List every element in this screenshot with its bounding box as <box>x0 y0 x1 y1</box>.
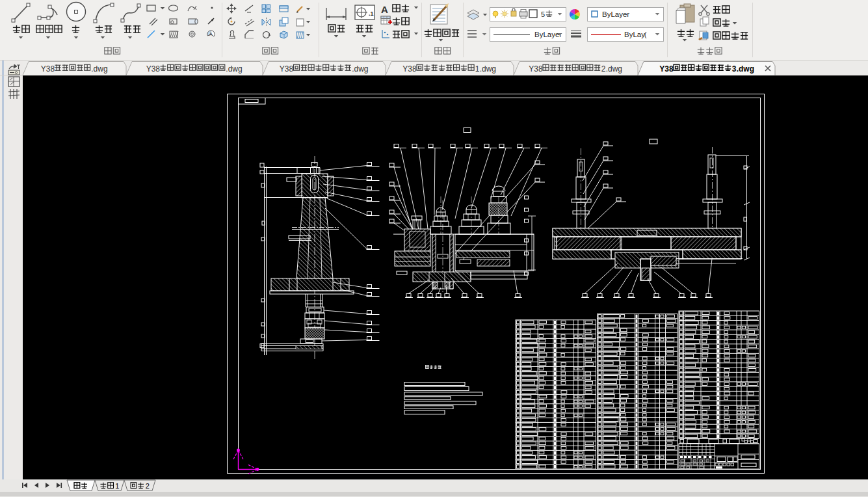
svg-text:1: 1 <box>475 64 480 74</box>
svg-text:.dwg: .dwg <box>226 64 242 74</box>
svg-text:.dwg: .dwg <box>352 64 368 74</box>
svg-text:Y38: Y38 <box>402 64 417 74</box>
svg-text:.dwg: .dwg <box>91 64 107 74</box>
svg-text:.1: .1 <box>369 10 374 17</box>
svg-text:1: 1 <box>115 482 119 490</box>
svg-text:.dwg: .dwg <box>737 64 754 74</box>
svg-text:ByLayer: ByLayer <box>534 31 562 38</box>
svg-text:ByLay: ByLay <box>624 31 645 38</box>
svg-text:ByLayer: ByLayer <box>602 10 629 18</box>
svg-text:Y38: Y38 <box>41 64 55 74</box>
svg-text:Y38: Y38 <box>280 64 294 74</box>
svg-text:.dwg: .dwg <box>606 64 622 74</box>
svg-text:5: 5 <box>541 10 545 18</box>
svg-text:Y38: Y38 <box>659 64 674 74</box>
svg-text:Y38: Y38 <box>529 64 543 74</box>
svg-text:A: A <box>381 4 388 15</box>
svg-text:A: A <box>209 32 213 36</box>
svg-text:3: 3 <box>732 64 737 74</box>
svg-text:2: 2 <box>601 64 606 74</box>
svg-text:2: 2 <box>146 482 150 490</box>
svg-text:Y38: Y38 <box>146 64 161 74</box>
svg-text:.dwg: .dwg <box>480 64 496 74</box>
